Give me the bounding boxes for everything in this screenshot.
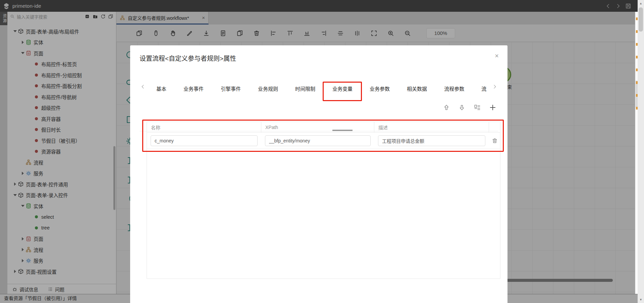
dialog-tab-7[interactable]: 业务参数	[362, 85, 397, 92]
dialog-tab-1[interactable]: 基本	[149, 85, 174, 92]
scroll-up-icon[interactable]: ▲	[638, 1, 644, 6]
dialog-tab-9[interactable]: 流程参数	[437, 85, 472, 92]
variables-table: 名称 XPath 描述	[147, 122, 500, 279]
delete-row-container	[489, 138, 500, 144]
column-header-description: 描述	[374, 122, 489, 132]
batch-edit-icon[interactable]	[474, 104, 481, 111]
tabs-scroll-right-icon[interactable]	[492, 84, 497, 89]
flow-properties-dialog: 设置流程<自定义参与者规则>属性 × 基本业务事件引擎事件业务规则时间限制业务变…	[130, 45, 507, 303]
table-row	[147, 133, 500, 149]
column-header-xpath: XPath	[261, 122, 374, 132]
dialog-tab-4[interactable]: 业务规则	[251, 85, 285, 92]
page-scrollbar-thumb[interactable]	[639, 7, 643, 32]
move-up-icon[interactable]	[443, 104, 450, 111]
dialog-tab-5[interactable]: 时间限制	[288, 85, 323, 92]
xpath-input[interactable]	[265, 135, 371, 146]
table-cell	[374, 135, 489, 146]
dialog-tab-10[interactable]: 流	[474, 85, 494, 92]
column-header-actions	[489, 122, 500, 132]
description-input[interactable]	[378, 135, 485, 146]
move-down-icon[interactable]	[458, 104, 466, 111]
dialog-tab-active[interactable]: 业务变量	[325, 85, 360, 92]
name-input[interactable]	[151, 135, 258, 146]
dialog-tabs: 基本业务事件引擎事件业务规则时间限制业务变量业务参数相关数据流程参数流	[130, 77, 507, 99]
dialog-close-icon[interactable]: ×	[495, 52, 499, 60]
variable-actions	[443, 104, 496, 111]
table-header: 名称 XPath 描述	[147, 122, 500, 133]
dialog-tab-2[interactable]: 业务事件	[176, 85, 211, 92]
page-scrollbar[interactable]: ▲ ▼	[638, 0, 644, 303]
dialog-tab-3[interactable]: 引擎事件	[213, 85, 248, 92]
column-header-name: 名称	[147, 122, 261, 132]
dialog-tab-8[interactable]: 相关数据	[399, 85, 434, 92]
scroll-down-icon[interactable]: ▼	[638, 297, 644, 302]
delete-row-icon[interactable]	[492, 138, 498, 144]
add-icon[interactable]	[489, 104, 496, 111]
primeton-ide-window: primeton-ide 资源 输入关键字搜索 页面-表单-高级/布局组件实体页…	[0, 0, 644, 303]
table-cell	[147, 135, 261, 146]
tabs-scroll-left-icon[interactable]	[140, 84, 146, 89]
dialog-title: 设置流程<自定义参与者规则>属性	[140, 53, 236, 62]
dialog-tablist: 基本业务事件引擎事件业务规则时间限制业务变量业务参数相关数据流程参数流	[149, 77, 494, 99]
table-cell	[261, 135, 374, 146]
table-body	[147, 133, 500, 149]
